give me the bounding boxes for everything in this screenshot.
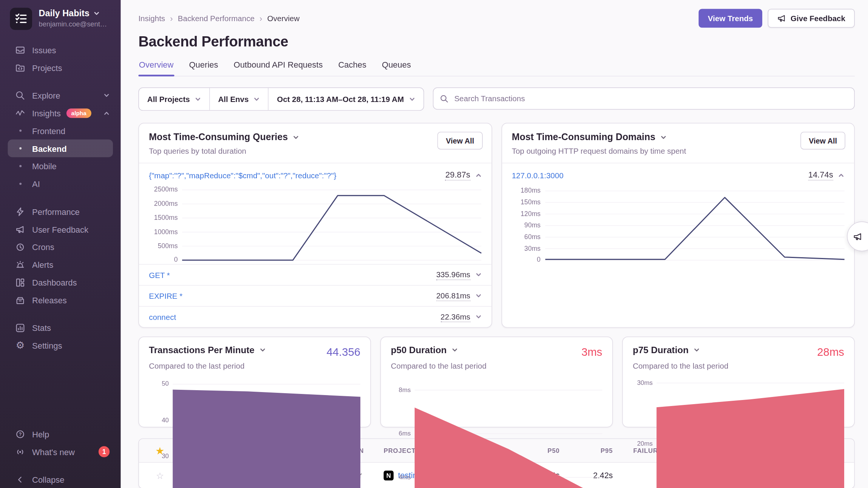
tab-bar: Overview Queries Outbound API Requests C… [138,60,854,77]
metric-title-dropdown[interactable]: p50 Duration [391,345,458,356]
chevron-down-icon [93,10,99,16]
sidebar-item-user-feedback[interactable]: User Feedback [8,220,113,238]
alpha-badge: alpha [66,108,91,118]
siren-icon [15,260,25,269]
sidebar-item-label: Insights [32,108,61,118]
queries-chart: 2500ms2000ms1500ms1000ms500ms0 [139,181,491,264]
y-axis-labels: 2500ms2000ms1500ms1000ms500ms0 [149,187,178,260]
tab-overview[interactable]: Overview [138,60,174,76]
query-series-row: {"map":"?","mapReduce":"$cmd","out":"?",… [139,164,491,181]
query-total-duration[interactable]: 29.87s [445,170,481,181]
query-link[interactable]: connect [149,313,176,321]
tab-queues[interactable]: Queues [381,60,412,76]
search-icon [15,91,25,100]
view-all-domains-button[interactable]: View All [800,132,845,150]
query-duration[interactable]: 22.36ms [440,312,481,322]
sidebar-item-explore[interactable]: Explore [8,86,113,104]
sidebar-item-frontend[interactable]: Frontend [8,122,113,139]
query-row: connect 22.36ms [139,306,491,327]
project-filter[interactable]: All Projects [139,88,209,111]
most-time-consuming-domains-panel: Most Time-Consuming Domains Top outgoing… [501,123,855,328]
search-input[interactable] [453,94,848,103]
query-link[interactable]: {"map":"?","mapReduce":"$cmd","out":"?",… [149,171,336,180]
panel-subtitle: Top outgoing HTTP request domains by tim… [512,147,844,156]
view-trends-button[interactable]: View Trends [698,9,762,28]
bullet-dot [19,183,22,185]
sidebar-item-backend[interactable]: Backend [8,139,113,157]
tab-queries[interactable]: Queries [188,60,219,76]
gear-icon: ⚙ [15,341,25,350]
sidebar-item-label: Frontend [32,126,65,135]
y-axis-labels: 5040302010 [149,377,169,488]
chevron-down-icon [195,96,201,102]
sidebar: Daily Habits benjamin.coe@sent… Issues P… [0,0,120,488]
most-time-consuming-queries-panel: Most Time-Consuming Queries Top queries … [138,123,492,328]
sidebar-item-label: Performance [32,207,80,216]
chevron-up-icon[interactable] [838,172,844,178]
metric-title-dropdown[interactable]: Transactions Per Minute [149,345,266,356]
bullet-dot [19,165,22,167]
sidebar-item-alerts[interactable]: Alerts [8,256,113,273]
megaphone-icon [15,224,25,234]
sidebar-item-stats[interactable]: Stats [8,319,113,337]
chevron-down-icon[interactable] [293,134,299,141]
breadcrumb-insights[interactable]: Insights [138,14,165,23]
checklist-icon [14,12,28,25]
chevron-up-icon[interactable] [475,172,481,178]
chevron-down-icon[interactable] [475,314,481,320]
chevron-down-icon[interactable] [660,134,666,141]
search-box [432,88,854,110]
query-link[interactable]: EXPIRE * [149,292,182,300]
org-switcher[interactable]: Daily Habits benjamin.coe@sent… [0,0,120,30]
p50-duration-card: p50 Duration 3ms Compared to the last pe… [380,337,613,428]
metric-title-dropdown[interactable]: p75 Duration [633,345,700,356]
whats-new-badge: 1 [99,446,110,457]
query-link[interactable]: GET * [149,271,170,280]
sidebar-item-crons[interactable]: Crons [8,238,113,256]
sidebar-item-help[interactable]: ? Help [8,425,113,443]
chevron-down-icon [693,347,700,354]
environment-filter[interactable]: All Envs [209,88,268,111]
sidebar-item-ai[interactable]: AI [8,175,113,193]
p75-duration-card: p75 Duration 28ms Compared to the last p… [622,337,855,428]
daterange-filter[interactable]: Oct 28, 11:13 AM–Oct 28, 11:19 AM [268,88,423,111]
app-window: Daily Habits benjamin.coe@sent… Issues P… [0,0,868,488]
sidebar-item-projects[interactable]: Projects [8,59,113,76]
sidebar-item-label: Backend [32,144,67,153]
domains-chart: 180ms150ms120ms90ms60ms30ms0 [502,181,854,264]
tab-caches[interactable]: Caches [338,60,367,76]
sidebar-item-performance[interactable]: Performance [8,202,113,220]
megaphone-icon [853,232,862,241]
area-chart [415,377,602,488]
chevron-down-icon[interactable] [475,293,481,299]
org-name: Daily Habits [39,8,90,19]
bullet-dot [19,130,22,132]
broadcast-icon [15,447,25,456]
domain-link[interactable]: 127.0.0.1:3000 [512,171,564,180]
sidebar-item-settings[interactable]: ⚙ Settings [8,337,113,354]
give-feedback-button[interactable]: Give Feedback [768,9,855,28]
megaphone-icon [777,14,786,23]
sidebar-item-dashboards[interactable]: Dashboards [8,273,113,291]
chevron-down-icon [254,96,260,102]
area-chart [656,377,844,488]
panel-subtitle: Top queries by total duration [149,147,481,156]
breadcrumb-backend-performance[interactable]: Backend Performance [178,14,255,23]
sidebar-item-whats-new[interactable]: What's new 1 [8,443,113,460]
query-duration[interactable]: 206.81ms [436,291,481,301]
sidebar-item-releases[interactable]: Releases [8,291,113,309]
sidebar-item-issues[interactable]: Issues [8,41,113,59]
sidebar-item-label: Projects [32,63,62,72]
tab-outbound-api-requests[interactable]: Outbound API Requests [233,60,323,76]
query-row: GET * 335.96ms [139,264,491,286]
query-duration[interactable]: 335.96ms [436,270,481,280]
domain-total-duration[interactable]: 14.74s [808,170,844,181]
view-all-queries-button[interactable]: View All [437,132,482,150]
sidebar-item-label: What's new [32,447,75,456]
sidebar-item-collapse[interactable]: Collapse [8,471,113,488]
chevron-down-icon[interactable] [475,272,481,278]
help-icon: ? [15,429,25,439]
sidebar-item-mobile[interactable]: Mobile [8,157,113,175]
panel-title: Most Time-Consuming Domains [512,132,655,143]
sidebar-item-insights[interactable]: Insights alpha [8,104,113,122]
